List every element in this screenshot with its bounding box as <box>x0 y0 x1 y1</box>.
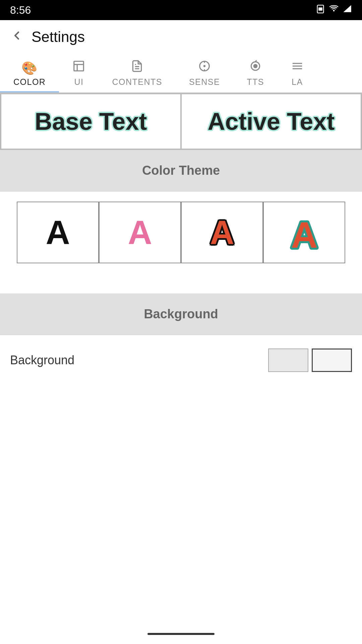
back-button[interactable] <box>10 29 23 45</box>
base-text-preview: Base Text <box>1 94 181 149</box>
active-text-preview: Active Text <box>181 94 361 149</box>
background-swatches <box>268 348 352 372</box>
tab-contents-label: CONTENTS <box>112 77 162 87</box>
wifi-icon <box>328 4 339 16</box>
theme-red-shadow-letter: A <box>210 216 234 249</box>
tab-sense[interactable]: SENSE <box>176 54 233 92</box>
tab-contents[interactable]: CONTENTS <box>99 54 176 92</box>
bottom-bar <box>0 624 362 644</box>
tab-color-label: COLOR <box>13 77 46 87</box>
color-theme-title: Color Theme <box>142 163 220 177</box>
theme-plain-letter: A <box>46 216 70 249</box>
sense-icon <box>198 60 211 74</box>
svg-rect-1 <box>318 7 322 10</box>
tab-color[interactable]: 🎨 COLOR <box>0 56 59 92</box>
tab-bar: 🎨 COLOR UI CONTENTS <box>0 54 362 93</box>
background-swatch-1[interactable] <box>268 348 308 372</box>
active-text: Active Text <box>208 108 335 135</box>
la-icon <box>291 60 304 74</box>
background-swatch-2[interactable] <box>312 348 352 372</box>
base-text: Base Text <box>35 108 147 135</box>
status-icons <box>316 4 352 16</box>
background-row: Background <box>0 335 362 385</box>
status-time: 8:56 <box>10 4 31 16</box>
status-bar: 8:56 <box>0 0 362 20</box>
theme-pink[interactable]: A <box>99 202 181 263</box>
sim-icon <box>316 4 325 16</box>
theme-teal-letter: A A <box>286 212 323 253</box>
theme-teal[interactable]: A A <box>263 202 345 263</box>
contents-icon <box>131 60 143 74</box>
background-label: Background <box>10 353 74 367</box>
tab-ui-label: UI <box>74 77 83 87</box>
theme-pink-letter: A <box>128 216 152 249</box>
svg-rect-4 <box>74 61 84 71</box>
ui-icon <box>72 60 85 74</box>
preview-section: Base Text Active Text <box>0 93 362 150</box>
background-section-header: Background <box>0 293 362 335</box>
tab-tts[interactable]: TTS <box>233 54 278 92</box>
svg-point-2 <box>333 10 335 11</box>
svg-point-11 <box>204 65 205 66</box>
svg-point-15 <box>254 64 257 68</box>
tts-icon <box>249 60 262 74</box>
color-theme-section-header: Color Theme <box>0 150 362 191</box>
color-icon: 🎨 <box>21 62 38 74</box>
tab-la-label: LA <box>292 77 303 87</box>
tab-la[interactable]: LA <box>278 54 307 92</box>
theme-grid: A A A A A <box>0 192 362 273</box>
theme-red-shadow[interactable]: A <box>181 202 263 263</box>
background-section: Background Background <box>0 293 362 385</box>
svg-text:A: A <box>291 214 317 253</box>
theme-plain[interactable]: A <box>17 202 99 263</box>
tab-ui[interactable]: UI <box>59 54 99 92</box>
background-title: Background <box>144 307 218 321</box>
tab-tts-label: TTS <box>247 77 264 87</box>
tab-sense-label: SENSE <box>189 77 220 87</box>
svg-marker-3 <box>343 5 351 12</box>
app-bar: Settings <box>0 20 362 54</box>
signal-icon <box>343 4 352 16</box>
page-title: Settings <box>32 29 85 45</box>
home-indicator <box>147 633 215 635</box>
